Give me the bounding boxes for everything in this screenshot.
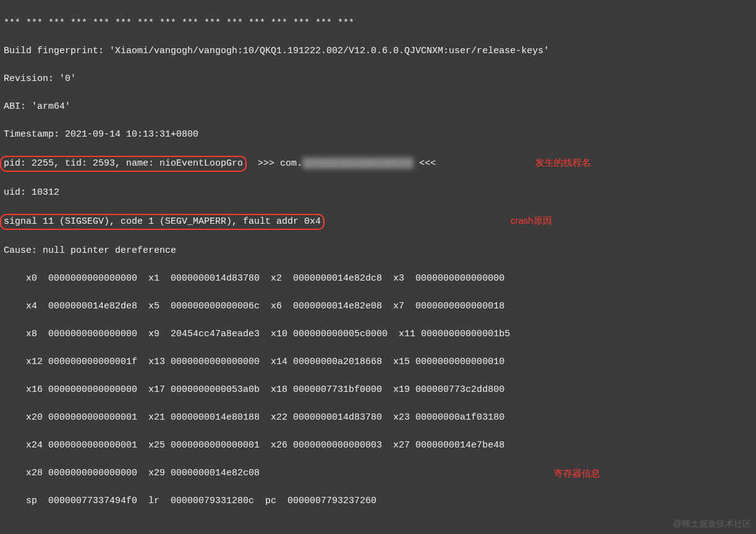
redacted-package	[302, 158, 414, 169]
log-line: *** *** *** *** *** *** *** *** *** *** …	[4, 17, 752, 31]
register-row: x24 0000000000000001 x25 000000000000000…	[4, 439, 752, 453]
register-row: x8 0000000000000000 x9 20454cc47a8eade3 …	[4, 328, 752, 342]
register-row: x28 0000000000000000 x29 0000000014e82c0…	[4, 467, 752, 481]
annotation-reason: crash原因	[511, 214, 552, 228]
pid-highlight: pid: 2255, tid: 2593, name: nioEventLoop…	[0, 156, 247, 172]
timestamp-line: Timestamp: 2021-09-14 10:13:31+0800	[4, 128, 752, 142]
signal-line: signal 11 (SIGSEGV), code 1 (SEGV_MAPERR…	[4, 214, 752, 231]
terminal-output: *** *** *** *** *** *** *** *** *** *** …	[0, 0, 756, 534]
annotation-registers: 寄存器信息	[554, 467, 600, 481]
register-row: x12 000000000000001f x13 000000000000000…	[4, 355, 752, 370]
register-row: x4 0000000014e82de8 x5 000000000000006c …	[4, 300, 752, 314]
cause-line: Cause: null pointer dereference	[4, 244, 752, 258]
build-fingerprint: Build fingerprint: 'Xiaomi/vangogh/vango…	[4, 44, 752, 59]
pid-line: pid: 2255, tid: 2593, name: nioEventLoop…	[4, 156, 752, 172]
register-row: x16 0000000000000000 x17 0000000000053a0…	[4, 383, 752, 397]
uid-line: uid: 10312	[4, 186, 752, 200]
register-row: x20 0000000000000001 x21 0000000014e8018…	[4, 411, 752, 425]
register-row: x0 0000000000000000 x1 0000000014d83780 …	[4, 272, 752, 286]
register-row: sp 00000077337494f0 lr 00000079331280c p…	[4, 494, 752, 509]
signal-highlight: signal 11 (SIGSEGV), code 1 (SEGV_MAPERR…	[0, 214, 325, 231]
watermark: @稀土掘金技术社区	[673, 517, 751, 530]
annotation-thread: 发生的线程名	[535, 156, 591, 170]
abi-line: ABI: 'arm64'	[4, 100, 752, 114]
revision-line: Revision: '0'	[4, 72, 752, 87]
